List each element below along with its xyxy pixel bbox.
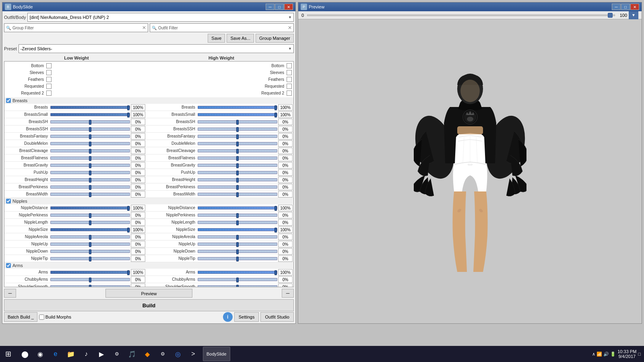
taskbar-tray: ∧ 📶 🔊 🔋 10:33 PM 9/4/2017 □ bbox=[589, 349, 644, 359]
dec-right-button[interactable]: ─ bbox=[282, 289, 294, 298]
preview-title: Preview bbox=[309, 4, 324, 9]
requested2-left-label: Requested 2 bbox=[6, 91, 46, 95]
requested-right-check[interactable] bbox=[287, 84, 292, 89]
window-controls: ─ □ ✕ bbox=[266, 4, 293, 10]
clock-time: 10:33 PM bbox=[617, 349, 636, 354]
build-button[interactable]: Build bbox=[4, 299, 294, 311]
group-filter-input[interactable] bbox=[35, 25, 140, 30]
taskbar-steam-icon[interactable]: ⚙ bbox=[109, 347, 124, 361]
bodyslide-icon: B bbox=[5, 4, 11, 10]
morph-row-feathers: Feathers Feathers bbox=[6, 76, 292, 82]
taskbar-itunes-icon[interactable]: 🎵 bbox=[125, 347, 139, 361]
arms-checkbox[interactable] bbox=[6, 263, 11, 268]
requested2-right-label: Requested 2 bbox=[246, 91, 287, 95]
maximize-button[interactable]: □ bbox=[275, 4, 284, 10]
breasts-low-track[interactable] bbox=[50, 106, 130, 109]
breastssmall-low-track[interactable] bbox=[50, 113, 130, 116]
requested2-right-check[interactable] bbox=[287, 90, 292, 96]
nipples-checkbox[interactable] bbox=[6, 199, 11, 204]
info-button[interactable]: i bbox=[223, 312, 233, 322]
preview-slider-left-val: 0 bbox=[301, 13, 304, 18]
taskbar-bodyslide-app[interactable]: BodySlide bbox=[203, 347, 230, 361]
breastssmall-high-track[interactable] bbox=[198, 113, 277, 116]
outfit-body-arrow: ▼ bbox=[288, 15, 292, 19]
outfit-filter-clear[interactable]: ✕ bbox=[288, 25, 292, 31]
group-filter-label: Group Filter bbox=[12, 26, 34, 30]
build-morphs-checkbox[interactable] bbox=[39, 315, 44, 320]
group-filter-icon: 🔍 bbox=[6, 26, 11, 30]
requested-left-check[interactable] bbox=[46, 84, 52, 89]
sleeves-left-check[interactable] bbox=[46, 70, 52, 75]
dec-left-button[interactable]: ─ bbox=[4, 289, 16, 298]
preset-row: Preset -Zeroed Sliders- ▼ bbox=[4, 44, 294, 53]
close-button[interactable]: ✕ bbox=[284, 4, 293, 10]
breasts-high-value: 100% bbox=[278, 104, 293, 111]
low-weight-label: Low Weight bbox=[4, 56, 149, 60]
taskbar-discord-icon[interactable]: ⚙ bbox=[155, 347, 170, 361]
morph-row-sleeves: Sleeves Sleeves bbox=[6, 69, 292, 76]
sliders-header: Low Weight High Weight bbox=[4, 55, 294, 61]
character-svg bbox=[414, 59, 526, 284]
preview-button[interactable]: Preview bbox=[105, 289, 192, 298]
taskbar-media-icon[interactable]: ▶ bbox=[94, 347, 109, 361]
taskbar-time-display: 10:33 PM 9/4/2017 bbox=[617, 349, 636, 359]
outfit-body-label: Outfit/Body bbox=[4, 15, 26, 20]
feathers-right-check[interactable] bbox=[287, 77, 292, 82]
preview-maximize-button[interactable]: □ bbox=[621, 4, 630, 10]
preview-slider-track[interactable] bbox=[307, 14, 615, 16]
breastssh-low-track[interactable] bbox=[50, 120, 130, 123]
save-button[interactable]: Save bbox=[208, 34, 225, 43]
outfit-body-combo[interactable]: [dint] NierAutomata_Dress HDT (UNP) 2 ▼ bbox=[27, 13, 294, 22]
breasts-high-name: Breasts bbox=[153, 105, 197, 109]
outfit-filter-label: Outfit Filter bbox=[158, 26, 178, 30]
taskbar-vlc-icon[interactable]: ◆ bbox=[140, 347, 155, 361]
taskbar-icons: ⬤ ◉ e 📁 ♪ ▶ ⚙ 🎵 ◆ ⚙ ◎ > bbox=[16, 347, 202, 361]
group-manager-button[interactable]: Group Manager bbox=[256, 34, 294, 43]
requested2-left-check[interactable] bbox=[46, 90, 52, 96]
sleeves-right-check[interactable] bbox=[287, 70, 292, 75]
minimize-button[interactable]: ─ bbox=[266, 4, 275, 10]
taskbar-search-icon[interactable]: ⬤ bbox=[18, 347, 32, 361]
bottom-left-check[interactable] bbox=[46, 63, 52, 68]
taskbar: ⊞ ⬤ ◉ e 📁 ♪ ▶ ⚙ 🎵 ◆ ⚙ ◎ > BodySlide ∧ 📶 … bbox=[0, 346, 644, 362]
preview-slider-thumb[interactable] bbox=[608, 13, 613, 18]
taskbar-explorer-icon[interactable]: 📁 bbox=[64, 347, 78, 361]
bottom-left-label: Bottom bbox=[6, 64, 46, 68]
outfit-filter-box[interactable]: 🔍 Outfit Filter ✕ bbox=[150, 23, 294, 32]
slider-row-nipplesize: NippleSize 100% NippleSize 100% bbox=[4, 226, 293, 233]
outfit-filter-input[interactable] bbox=[180, 25, 286, 30]
taskbar-music-icon[interactable]: ♪ bbox=[79, 347, 93, 361]
breasts-low-thumb[interactable] bbox=[127, 105, 130, 110]
group-filter-clear[interactable]: ✕ bbox=[142, 25, 146, 31]
bottom-right-check[interactable] bbox=[287, 63, 292, 68]
notification-icon[interactable]: □ bbox=[638, 352, 641, 356]
outfit-body-row: Outfit/Body [dint] NierAutomata_Dress HD… bbox=[4, 13, 294, 22]
taskbar-chrome-icon[interactable]: ◎ bbox=[171, 347, 185, 361]
preview-icon: P bbox=[301, 4, 307, 10]
batch-build-button[interactable]: Batch Build _ bbox=[4, 312, 37, 322]
breasts-checkbox[interactable] bbox=[6, 98, 11, 103]
breasts-high-thumb[interactable] bbox=[275, 105, 277, 110]
breastssmall-low-thumb[interactable] bbox=[127, 113, 130, 117]
settings-button[interactable]: Settings bbox=[234, 312, 259, 322]
feathers-left-check[interactable] bbox=[46, 77, 52, 82]
taskbar-cortana-icon[interactable]: ◉ bbox=[33, 347, 47, 361]
slider-row-doublemelon: DoubleMelon 0% DoubleMelon 0% bbox=[4, 140, 293, 147]
preview-window-controls: ─ □ ✕ bbox=[612, 4, 639, 10]
slider-list[interactable]: Bottom Bottom Sleeves Sleeves Feathers bbox=[4, 61, 294, 287]
taskbar-bodyslide-label: BodySlide bbox=[206, 352, 227, 356]
slider-row-breastcleavage: BreastCleavage 0% BreastCleavage 0% bbox=[4, 147, 293, 154]
taskbar-ie-icon[interactable]: e bbox=[48, 347, 63, 361]
preview-minimize-button[interactable]: ─ bbox=[612, 4, 621, 10]
start-button[interactable]: ⊞ bbox=[0, 346, 16, 362]
preview-close-button[interactable]: ✕ bbox=[630, 4, 639, 10]
breasts-high-track[interactable] bbox=[198, 106, 277, 109]
outfit-studio-button[interactable]: Outfit Studio bbox=[260, 312, 294, 322]
save-as-button[interactable]: Save As... bbox=[227, 34, 254, 43]
morph-row-requested: Requested Requested bbox=[6, 83, 292, 89]
bodyslide-title: BodySlide bbox=[13, 4, 33, 9]
group-filter-box[interactable]: 🔍 Group Filter ✕ bbox=[4, 23, 148, 32]
preset-combo[interactable]: -Zeroed Sliders- ▼ bbox=[19, 44, 294, 53]
taskbar-more-icon[interactable]: > bbox=[186, 347, 200, 361]
top-morphs-section: Bottom Bottom Sleeves Sleeves Feathers bbox=[4, 62, 293, 97]
